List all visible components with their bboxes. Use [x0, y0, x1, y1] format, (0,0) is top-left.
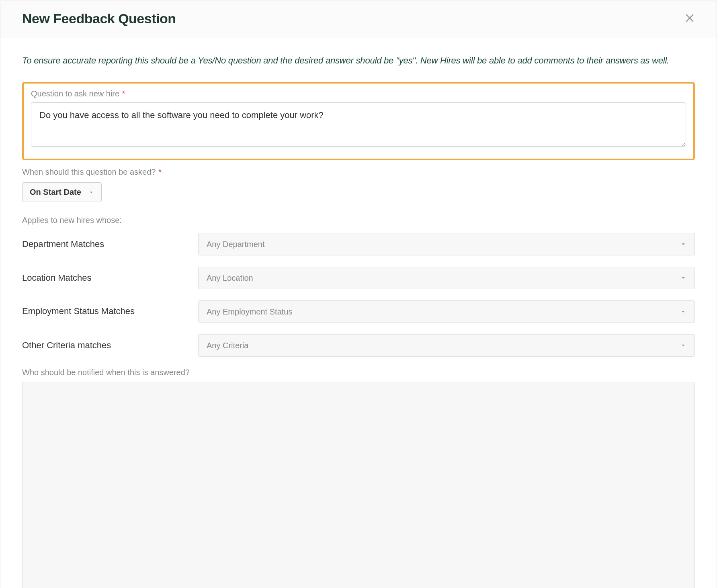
filter-row-department: Department Matches Any Department	[22, 233, 695, 255]
other-select[interactable]: Any Criteria	[198, 334, 695, 357]
modal-title: New Feedback Question	[22, 11, 176, 27]
chevron-down-icon	[88, 190, 94, 195]
filter-row-employment: Employment Status Matches Any Employment…	[22, 300, 695, 323]
other-placeholder: Any Criteria	[207, 341, 248, 350]
location-placeholder: Any Location	[207, 274, 253, 283]
when-dropdown[interactable]: On Start Date	[22, 182, 102, 202]
location-select[interactable]: Any Location	[198, 267, 695, 289]
department-label: Department Matches	[22, 238, 198, 251]
chevron-down-icon	[680, 342, 686, 349]
when-label-text: When should this question be asked?	[22, 167, 156, 176]
question-highlight-box: Question to ask new hire *	[22, 82, 695, 160]
filter-row-location: Location Matches Any Location	[22, 267, 695, 289]
question-label-text: Question to ask new hire	[31, 89, 119, 98]
question-textarea[interactable]	[31, 102, 686, 147]
notify-label: Who should be notified when this is answ…	[22, 368, 695, 377]
when-dropdown-value: On Start Date	[30, 188, 81, 197]
filter-row-other: Other Criteria matches Any Criteria	[22, 334, 695, 357]
employment-select[interactable]: Any Employment Status	[198, 300, 695, 323]
department-select[interactable]: Any Department	[198, 233, 695, 255]
chevron-down-icon	[59, 388, 686, 588]
question-label: Question to ask new hire *	[31, 89, 686, 98]
applies-to-label: Applies to new hires whose:	[22, 216, 695, 225]
required-asterisk: *	[158, 167, 162, 176]
other-label: Other Criteria matches	[22, 339, 198, 352]
chevron-down-icon	[680, 275, 686, 281]
location-label: Location Matches	[22, 272, 198, 284]
required-asterisk: *	[122, 89, 125, 98]
notify-select[interactable]: Select...	[22, 382, 695, 588]
employment-placeholder: Any Employment Status	[207, 307, 292, 316]
chevron-down-icon	[680, 241, 686, 247]
modal-body: To ensure accurate reporting this should…	[0, 37, 717, 588]
when-label: When should this question be asked? *	[22, 167, 695, 177]
new-feedback-modal: New Feedback Question To ensure accurate…	[0, 0, 717, 588]
department-placeholder: Any Department	[207, 240, 265, 249]
chevron-down-icon	[680, 308, 686, 315]
instructions-text: To ensure accurate reporting this should…	[22, 53, 695, 67]
close-icon	[684, 13, 695, 23]
modal-header: New Feedback Question	[0, 0, 717, 37]
close-button[interactable]	[684, 13, 695, 25]
employment-label: Employment Status Matches	[22, 300, 198, 318]
